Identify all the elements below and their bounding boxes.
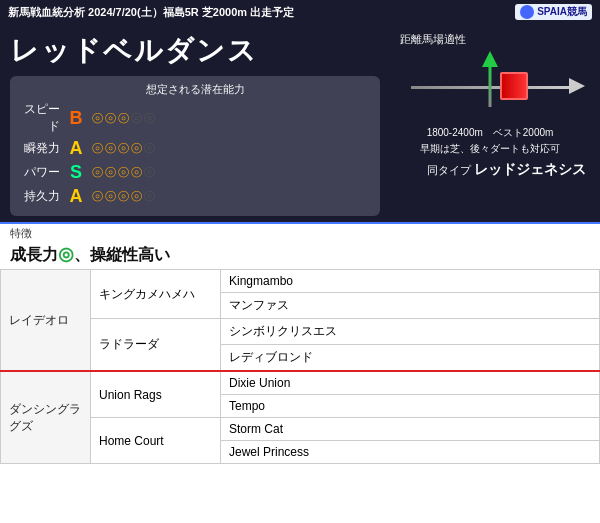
horseshoe: ⦾ (92, 188, 103, 205)
horseshoe: ⦾ (92, 140, 103, 157)
feature-text-content: 成長力◎、操縦性高い (10, 246, 170, 263)
spaia-label: SPAIA競馬 (537, 5, 587, 19)
header: 新馬戦血統分析 2024/7/20(土）福島5R 芝2000m 出走予定 SPA… (0, 0, 600, 24)
grade-badge: A (65, 138, 87, 159)
table-section: レイデオロキングカメハメハKingmamboマンファスラドラーダシンボリクリスエ… (0, 269, 600, 464)
horseshoe: ⦾ (144, 110, 155, 127)
horseshoe: ⦾ (118, 110, 129, 127)
horse-name: レッドベルダンス (10, 32, 380, 70)
pedigree-group2: キングカメハメハ (91, 270, 221, 319)
horseshoes: ⦾⦾⦾⦾⦾ (92, 140, 155, 157)
table-row: ダンシングラグズUnion RagsDixie Union (1, 371, 600, 395)
pedigree-group3: Jewel Princess (221, 441, 600, 464)
left-panel: レッドベルダンス 想定される潜在能力 スピードB⦾⦾⦾⦾⦾瞬発力A⦾⦾⦾⦾⦾パワ… (10, 32, 380, 216)
horseshoe: ⦾ (118, 164, 129, 181)
horseshoe: ⦾ (92, 164, 103, 181)
horseshoe: ⦾ (118, 188, 129, 205)
pedigree-group3: Tempo (221, 395, 600, 418)
top-section: レッドベルダンス 想定される潜在能力 スピードB⦾⦾⦾⦾⦾瞬発力A⦾⦾⦾⦾⦾パワ… (0, 24, 600, 222)
horseshoe: ⦾ (105, 188, 116, 205)
horseshoe: ⦾ (131, 140, 142, 157)
horseshoe: ⦾ (92, 110, 103, 127)
same-type-name: レッドジェネシス (474, 161, 586, 177)
header-title: 新馬戦血統分析 2024/7/20(土）福島5R 芝2000m 出走予定 (8, 5, 294, 20)
table-row: ラドラーダシンボリクリスエス (1, 319, 600, 345)
pedigree-group3: Storm Cat (221, 418, 600, 441)
distance-label: 距離馬場適性 (400, 32, 466, 47)
ability-label: 持久力 (20, 188, 60, 205)
pedigree-group3: レディブロンド (221, 345, 600, 372)
ability-label: スピード (20, 101, 60, 135)
ability-row: スピードB⦾⦾⦾⦾⦾ (20, 101, 370, 135)
pedigree-group2: ラドラーダ (91, 319, 221, 372)
chart-vert-line (489, 67, 492, 107)
pedigree-group1: レイデオロ (1, 270, 91, 372)
distance-chart (395, 51, 585, 121)
ability-rows: スピードB⦾⦾⦾⦾⦾瞬発力A⦾⦾⦾⦾⦾パワーS⦾⦾⦾⦾⦾持久力A⦾⦾⦾⦾⦾ (20, 101, 370, 207)
same-type-prefix: 同タイプ (427, 164, 471, 176)
table-row: Home CourtStorm Cat (1, 418, 600, 441)
horseshoe: ⦾ (105, 140, 116, 157)
grade-badge: A (65, 186, 87, 207)
ability-row: 持久力A⦾⦾⦾⦾⦾ (20, 186, 370, 207)
pedigree-group3: Kingmambo (221, 270, 600, 293)
horseshoes: ⦾⦾⦾⦾⦾ (92, 110, 155, 127)
horseshoe: ⦾ (131, 188, 142, 205)
ability-label: パワー (20, 164, 60, 181)
pedigree-group3: シンボリクリスエス (221, 319, 600, 345)
ability-title: 想定される潜在能力 (20, 82, 370, 97)
horseshoes: ⦾⦾⦾⦾⦾ (92, 188, 155, 205)
horseshoe: ⦾ (144, 164, 155, 181)
feature-label: 特徴 (10, 226, 32, 241)
horseshoe: ⦾ (105, 110, 116, 127)
feature-text: 成長力◎、操縦性高い (10, 246, 170, 263)
table-row: レイデオロキングカメハメハKingmambo (1, 270, 600, 293)
chart-highlight (500, 72, 528, 100)
feature-section: 特徴 (0, 222, 600, 241)
pedigree-group2: Home Court (91, 418, 221, 464)
ability-row: パワーS⦾⦾⦾⦾⦾ (20, 162, 370, 183)
chart-arrow-up (482, 51, 498, 67)
pedigree-group3: Dixie Union (221, 371, 600, 395)
horseshoe: ⦾ (118, 140, 129, 157)
ability-row: 瞬発力A⦾⦾⦾⦾⦾ (20, 138, 370, 159)
ability-label: 瞬発力 (20, 140, 60, 157)
distance-range: 1800-2400m ベスト2000m (427, 127, 554, 138)
grade-badge: B (65, 108, 87, 129)
pedigree-group3: マンファス (221, 293, 600, 319)
right-panel: 距離馬場適性 1800-2400m ベスト2000m 早期は芝、後々ダートも対応… (390, 32, 590, 216)
spaia-icon (520, 5, 534, 19)
pedigree-tbody: レイデオロキングカメハメハKingmamboマンファスラドラーダシンボリクリスエ… (1, 270, 600, 464)
horseshoe: ⦾ (131, 164, 142, 181)
horseshoe: ⦾ (144, 140, 155, 157)
pedigree-table: レイデオロキングカメハメハKingmamboマンファスラドラーダシンボリクリスエ… (0, 269, 600, 464)
horseshoe: ⦾ (105, 164, 116, 181)
same-type: 同タイプ レッドジェネシス (427, 161, 586, 179)
pedigree-group1: ダンシングラグズ (1, 371, 91, 464)
spaia-badge: SPAIA競馬 (515, 4, 592, 20)
ability-box: 想定される潜在能力 スピードB⦾⦾⦾⦾⦾瞬発力A⦾⦾⦾⦾⦾パワーS⦾⦾⦾⦾⦾持久… (10, 76, 380, 216)
chart-arrow-right (569, 78, 585, 94)
horseshoes: ⦾⦾⦾⦾⦾ (92, 164, 155, 181)
circle-mark: ◎ (58, 244, 74, 264)
pedigree-group2: Union Rags (91, 371, 221, 418)
feature-text-row: 成長力◎、操縦性高い (0, 241, 600, 269)
distance-info: 1800-2400m ベスト2000m 早期は芝、後々ダートも対応可 (420, 125, 560, 157)
distance-note: 早期は芝、後々ダートも対応可 (420, 143, 560, 154)
horseshoe: ⦾ (131, 110, 142, 127)
horseshoe: ⦾ (144, 188, 155, 205)
grade-badge: S (65, 162, 87, 183)
